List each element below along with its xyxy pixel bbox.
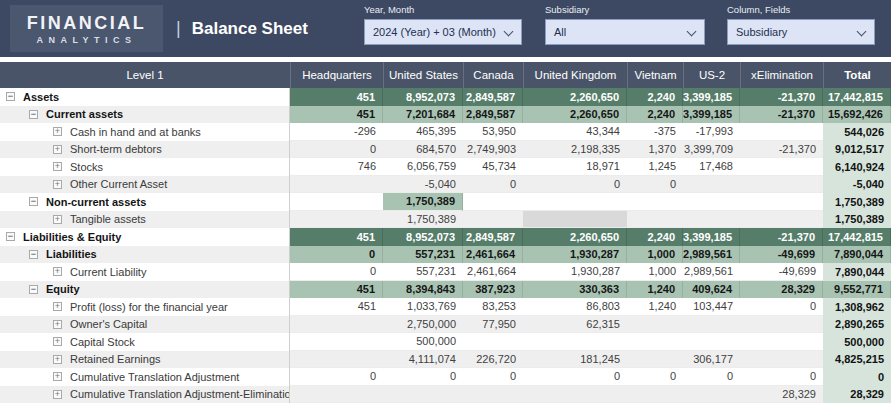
- table-row: +Current Liability0557,2312,461,6641,930…: [0, 263, 891, 281]
- cell-vietnam: 1,370: [627, 141, 683, 159]
- row-label: Tangible assets: [70, 213, 146, 225]
- table-row: −Liabilities0557,2312,461,6641,930,2871,…: [0, 246, 891, 264]
- row-label-cell: +Stocks: [0, 158, 290, 176]
- row-label-cell: −Current assets: [0, 106, 290, 124]
- row-label-cell: −Liabilities: [0, 246, 290, 264]
- cell-canada: 2,461,664: [463, 263, 523, 281]
- cell-us-2: [683, 316, 740, 334]
- column-header-level1: Level 1: [0, 62, 290, 88]
- expand-plus-box-icon[interactable]: +: [53, 302, 62, 311]
- cell-united-kingdom: 2,260,650: [523, 228, 627, 246]
- cell-us-2: 2,989,561: [683, 263, 740, 281]
- cell-canada: 387,923: [463, 281, 523, 299]
- collapse-minus-box-icon[interactable]: −: [29, 110, 38, 119]
- expand-plus-box-icon[interactable]: +: [53, 372, 62, 381]
- cell-united-states: 557,231: [383, 246, 463, 264]
- filter-year-month-select[interactable]: 2024 (Year) + 03 (Month): [364, 19, 522, 45]
- cell-headquarters: [290, 176, 383, 194]
- expand-plus-box-icon[interactable]: +: [53, 320, 62, 329]
- cell-xelimination: 0: [740, 298, 823, 316]
- collapse-minus-box-icon[interactable]: −: [29, 197, 38, 206]
- row-label-cell: +Capital Stock: [0, 333, 290, 351]
- expand-plus-box-icon[interactable]: +: [53, 267, 62, 276]
- row-label: Short-term debtors: [70, 143, 162, 155]
- filter-subsidiary-select[interactable]: All: [545, 19, 705, 45]
- expand-plus-box-icon[interactable]: +: [53, 390, 62, 399]
- cell-xelimination: -21,370: [740, 141, 823, 159]
- expand-plus-box-icon[interactable]: +: [53, 355, 62, 364]
- collapse-minus-box-icon[interactable]: −: [6, 232, 15, 241]
- cell-vietnam: 1,000: [627, 246, 683, 264]
- cell-us-2: 2,989,561: [683, 246, 740, 264]
- cell-xelimination: -49,699: [740, 246, 823, 264]
- row-label: Cumulative Translation Adjustment-Elimin…: [70, 388, 290, 400]
- expand-plus-box-icon[interactable]: +: [53, 127, 62, 136]
- cell-vietnam: 1,240: [627, 281, 683, 299]
- top-navbar: FINANCIAL ANALYTICS | Balance Sheet Year…: [0, 0, 891, 57]
- cell-total: 7,890,044: [823, 263, 891, 281]
- filter-subsidiary: Subsidiary All: [545, 4, 705, 45]
- cell-total: 7,890,044: [823, 246, 891, 264]
- cell-united-kingdom: 2,260,650: [523, 88, 627, 106]
- filter-subsidiary-value: All: [554, 26, 566, 38]
- collapse-minus-box-icon[interactable]: −: [6, 92, 15, 101]
- logo-text-secondary: ANALYTICS: [36, 35, 136, 45]
- chevron-down-icon: [857, 27, 867, 37]
- row-label: Liabilities & Equity: [23, 231, 121, 243]
- cell-vietnam: 2,240: [627, 228, 683, 246]
- cell-headquarters: 0: [290, 246, 383, 264]
- column-header-canada: Canada: [463, 62, 523, 88]
- row-label-cell: +Short-term debtors: [0, 141, 290, 159]
- filter-column-fields-select[interactable]: Subsidiary: [727, 19, 875, 45]
- filter-subsidiary-label: Subsidiary: [545, 4, 705, 15]
- table-row: +Stocks7466,056,75945,73418,9711,24517,4…: [0, 158, 891, 176]
- cell-xelimination: [740, 211, 823, 229]
- cell-xelimination: [740, 193, 823, 211]
- cell-us-2: -17,993: [683, 123, 740, 141]
- row-label-cell: +Current Liability: [0, 263, 290, 281]
- cell-us-2: [683, 211, 740, 229]
- expand-plus-box-icon[interactable]: +: [53, 215, 62, 224]
- cell-vietnam: -375: [627, 123, 683, 141]
- cell-us-2: [683, 193, 740, 211]
- expand-plus-box-icon[interactable]: +: [53, 162, 62, 171]
- cell-total: 1,750,389: [823, 193, 891, 211]
- cell-united-states: 1,033,769: [383, 298, 463, 316]
- cell-total: 2,890,265: [823, 316, 891, 334]
- row-label-cell: −Equity: [0, 281, 290, 299]
- cell-vietnam: [627, 211, 683, 229]
- cell-total: 4,825,215: [823, 351, 891, 369]
- filter-column-fields-label: Column, Fields: [727, 4, 875, 15]
- cell-xelimination: -21,370: [740, 228, 823, 246]
- cell-united-kingdom: 86,803: [523, 298, 627, 316]
- cell-united-kingdom: [523, 211, 627, 229]
- cell-total: 15,692,426: [823, 106, 891, 124]
- cell-headquarters: -296: [290, 123, 383, 141]
- logo-text-primary: FINANCIAL: [27, 13, 147, 33]
- expand-plus-box-icon[interactable]: +: [53, 337, 62, 346]
- cell-canada: [463, 386, 523, 403]
- table-row: −Liabilities & Equity4518,952,0732,849,5…: [0, 228, 891, 246]
- collapse-minus-box-icon[interactable]: −: [29, 285, 38, 294]
- cell-vietnam: 0: [627, 176, 683, 194]
- collapse-minus-box-icon[interactable]: −: [29, 250, 38, 259]
- cell-headquarters: [290, 351, 383, 369]
- cell-xelimination: [740, 351, 823, 369]
- row-label: Liabilities: [46, 248, 97, 260]
- row-label: Current Liability: [70, 266, 146, 278]
- cell-total: 500,000: [823, 333, 891, 351]
- cell-total: 9,552,771: [823, 281, 891, 299]
- cell-united-kingdom: [523, 193, 627, 211]
- cell-united-states: 8,952,073: [383, 88, 463, 106]
- cell-united-states: 8,952,073: [383, 228, 463, 246]
- expand-plus-box-icon[interactable]: +: [53, 180, 62, 189]
- table-row: +Capital Stock500,000500,000: [0, 333, 891, 351]
- cell-total: 1,750,389: [823, 211, 891, 229]
- cell-xelimination: 0: [740, 368, 823, 386]
- row-label: Current assets: [46, 108, 123, 120]
- cell-headquarters: [290, 386, 383, 403]
- cell-headquarters: 0: [290, 368, 383, 386]
- cell-total: 17,442,815: [823, 88, 891, 106]
- expand-plus-box-icon[interactable]: +: [53, 145, 62, 154]
- row-label: Profit (loss) for the financial year: [70, 301, 228, 313]
